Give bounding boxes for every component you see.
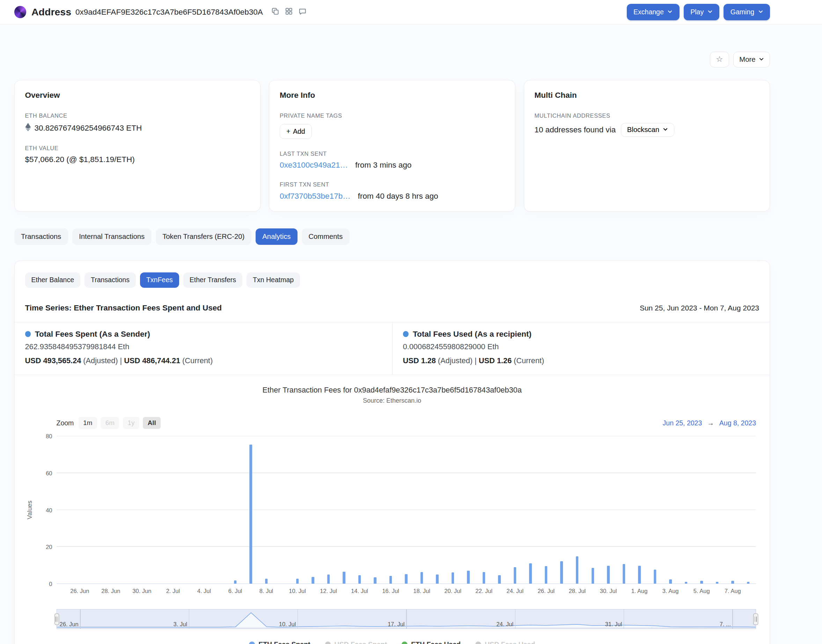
fees-spent-usd-separator: (Adjusted) | — [81, 356, 124, 365]
copy-icon — [271, 7, 279, 17]
analytics-subtabs: Ether Balance Transactions TxnFees Ether… — [15, 272, 770, 288]
chart-bar[interactable] — [685, 582, 687, 584]
time-series-title: Time Series: Ether Transaction Fees Spen… — [25, 304, 222, 313]
chart-bar[interactable] — [560, 561, 563, 584]
chart-bar[interactable] — [234, 580, 237, 584]
chart-bar[interactable] — [498, 575, 501, 584]
chart-bar[interactable] — [373, 577, 377, 584]
gridline — [57, 436, 756, 437]
navigator-gridline — [732, 609, 733, 629]
zoom-all-button[interactable]: All — [143, 417, 161, 429]
add-name-tag-button[interactable]: + Add — [280, 124, 312, 139]
chart-bar[interactable] — [358, 575, 361, 584]
chart-bar[interactable] — [514, 567, 516, 584]
chart-bar[interactable] — [700, 581, 703, 584]
chart-bar[interactable] — [530, 563, 532, 584]
chart-bar[interactable] — [467, 570, 470, 584]
chart-bar[interactable] — [265, 579, 268, 584]
fees-spent-eth: 262.935848495379981844 Eth — [25, 342, 382, 351]
chart-bar[interactable] — [482, 572, 485, 584]
fees-spent-usd-current: USD 486,744.21 — [124, 356, 180, 365]
zoom-label: Zoom — [57, 419, 74, 427]
play-button[interactable]: Play — [684, 4, 719, 20]
navigator-right-handle[interactable] — [753, 613, 758, 625]
chart-bar[interactable] — [623, 564, 625, 584]
blockscan-dropdown[interactable]: Blockscan — [621, 123, 674, 137]
chart-bar[interactable] — [716, 582, 719, 584]
x-tick-label: 30. Jun — [132, 588, 151, 594]
chart-bar[interactable] — [250, 445, 252, 584]
legend-eth-fees-spent[interactable]: ETH Fees Spent — [249, 641, 310, 644]
gridline — [57, 472, 756, 473]
zoom-6m-button[interactable]: 6m — [101, 417, 119, 429]
x-tick-label: 28. Jun — [101, 588, 120, 594]
last-txn-hash-link[interactable]: 0xe3100c949a21… — [280, 161, 348, 170]
x-tick-label: 8. Jul — [259, 588, 273, 594]
range-from-input[interactable]: Jun 25, 2023 — [663, 419, 702, 427]
multichain-addresses-label: MULTICHAIN ADDRESSES — [534, 112, 759, 119]
y-axis-ticks: 020406080 — [35, 436, 57, 584]
chart-bar[interactable] — [607, 566, 610, 584]
chart-bar[interactable] — [747, 582, 750, 584]
legend-usd-fees-spent[interactable]: USD Fees Spent — [325, 641, 387, 644]
legend-dot-icon — [325, 642, 331, 644]
chart-bar[interactable] — [421, 572, 423, 584]
legend-usd-fees-used[interactable]: USD Fees Used — [475, 641, 535, 644]
chart-bar[interactable] — [638, 566, 641, 584]
more-info-card: More Info PRIVATE NAME TAGS + Add LAST T… — [269, 80, 516, 212]
multi-chain-card-title: Multi Chain — [534, 91, 759, 100]
navigator-tick-label: 3. Jul — [173, 621, 189, 627]
navigator-left-handle[interactable] — [55, 613, 60, 625]
fees-used-stat: Total Fees Used (As a recipient) 0.00068… — [392, 322, 770, 375]
subtab-txn-heatmap[interactable]: Txn Heatmap — [246, 272, 300, 288]
tab-token-transfers[interactable]: Token Transfers (ERC-20) — [156, 228, 251, 245]
chart-bar[interactable] — [545, 566, 548, 584]
x-tick-label: 7. Aug — [725, 588, 741, 594]
exchange-button[interactable]: Exchange — [627, 4, 680, 20]
tab-comments[interactable]: Comments — [302, 228, 349, 245]
chart-bar[interactable] — [296, 579, 299, 584]
chart-bar[interactable] — [436, 575, 439, 584]
tab-internal-transactions[interactable]: Internal Transactions — [72, 228, 152, 245]
subtab-transactions[interactable]: Transactions — [84, 272, 136, 288]
overview-card-title: Overview — [25, 91, 250, 100]
gaming-button[interactable]: Gaming — [724, 4, 770, 20]
subtab-ether-transfers[interactable]: Ether Transfers — [183, 272, 242, 288]
fees-used-title: Total Fees Used (As a recipient) — [413, 330, 531, 339]
more-button[interactable]: More — [733, 52, 770, 67]
qr-code-button[interactable] — [283, 6, 295, 18]
plus-icon: + — [286, 127, 290, 135]
tab-analytics[interactable]: Analytics — [256, 228, 297, 245]
zoom-1y-button[interactable]: 1y — [123, 417, 139, 429]
play-button-label: Play — [690, 8, 704, 16]
chart-bar[interactable] — [452, 572, 454, 584]
zoom-1m-button[interactable]: 1m — [78, 417, 97, 429]
plot-area[interactable] — [57, 436, 756, 584]
x-tick-label: 14. Jul — [351, 588, 368, 594]
x-tick-label: 12. Jul — [320, 588, 337, 594]
exchange-button-label: Exchange — [634, 8, 664, 16]
chart-bar[interactable] — [343, 572, 345, 584]
legend-eth-fees-used[interactable]: ETH Fees Used — [401, 641, 461, 644]
first-txn-hash-link[interactable]: 0xf7370b53be17b… — [280, 192, 351, 201]
chart-bar[interactable] — [311, 577, 314, 584]
comment-button[interactable] — [297, 6, 309, 18]
chart-navigator[interactable]: 26. Jun3. Jul10. Jul17. Jul24. Jul31. Ju… — [57, 609, 756, 629]
navigator-gridline — [624, 609, 625, 629]
blue-dot-icon — [25, 331, 31, 337]
range-to-input[interactable]: Aug 8, 2023 — [719, 419, 756, 427]
chart-bar[interactable] — [576, 557, 579, 584]
chart-bar[interactable] — [592, 568, 594, 584]
subtab-txnfees[interactable]: TxnFees — [140, 272, 179, 288]
multi-chain-card: Multi Chain MULTICHAIN ADDRESSES 10 addr… — [524, 80, 770, 212]
chart-bar[interactable] — [731, 581, 734, 584]
chart-bar[interactable] — [405, 574, 408, 584]
subtab-ether-balance[interactable]: Ether Balance — [25, 272, 81, 288]
tab-transactions[interactable]: Transactions — [14, 228, 68, 245]
chart-bar[interactable] — [389, 576, 392, 584]
chart-bar[interactable] — [669, 580, 672, 584]
favorite-button[interactable]: ☆ — [710, 52, 729, 67]
chart-bar[interactable] — [654, 570, 657, 584]
copy-address-button[interactable] — [269, 6, 282, 18]
chart-bar[interactable] — [327, 575, 330, 584]
